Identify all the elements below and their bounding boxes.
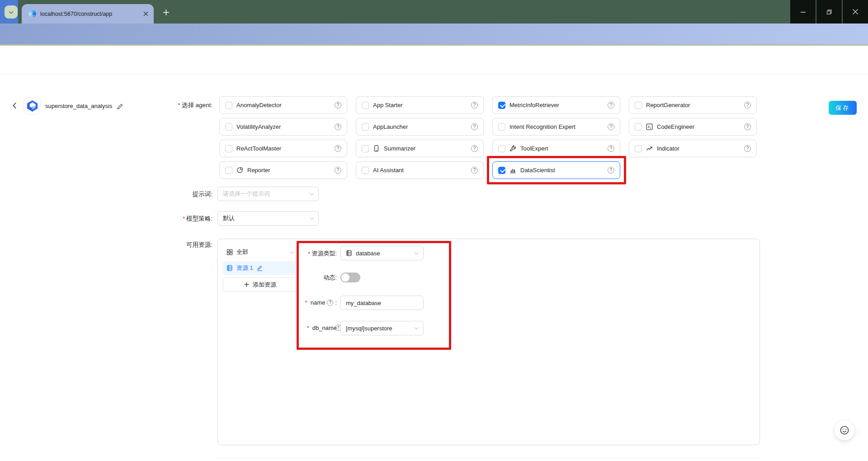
prompt-select[interactable]: 请选择一个提示词 [217, 187, 319, 201]
section-divider [217, 458, 760, 458]
agent-item-app-starter[interactable]: App Starter ? [356, 96, 484, 114]
checkbox-unchecked[interactable] [362, 123, 369, 131]
edit-resource-icon[interactable] [257, 265, 263, 271]
chevron-down-icon [310, 216, 314, 220]
appstore-icon [226, 249, 233, 255]
feedback-smiley-button[interactable] [835, 420, 854, 440]
tab-title: localhost:5670/construct/app [40, 11, 143, 17]
help-icon[interactable]: ? [744, 102, 751, 108]
help-icon[interactable]: ? [608, 145, 614, 152]
checkbox-unchecked[interactable] [635, 123, 642, 131]
agent-item-summarizer[interactable]: Summarizer ? [356, 140, 484, 157]
dynamic-label: 动态: [235, 273, 337, 282]
browser-titlebar: localhost:5670/construct/app [0, 0, 868, 24]
strategy-value: 默认 [223, 214, 235, 222]
name-label: *name?: [235, 299, 337, 306]
plus-icon [244, 282, 250, 287]
agent-item-indicator[interactable]: Indicator ? [629, 140, 757, 157]
agent-item-reporter[interactable]: Reporter ? [219, 161, 347, 179]
tab-close-icon[interactable] [143, 11, 148, 16]
chevron-down-icon [415, 250, 419, 255]
page-title: superstore_data_analysis [45, 103, 112, 109]
checkbox-checked[interactable] [498, 102, 505, 109]
help-icon[interactable]: ? [471, 145, 478, 152]
checkbox-unchecked[interactable] [362, 102, 369, 109]
agent-item-codeengineer[interactable]: CodeEngineer ? [629, 118, 757, 136]
smiley-icon [840, 425, 849, 435]
code-icon [646, 123, 653, 130]
help-icon[interactable]: ? [471, 167, 478, 174]
tool-icon [509, 145, 516, 152]
agent-field-label: *选择 agent: [108, 101, 212, 109]
agent-item-anomalydetector[interactable]: AnomalyDetector ? [219, 96, 347, 114]
resource-item-1[interactable]: 资源 1 [223, 261, 297, 275]
resource-type-label: *资源类型: [235, 249, 337, 258]
agent-item-ai-assistant[interactable]: AI Assistant ? [356, 161, 484, 179]
checkbox-unchecked[interactable] [225, 167, 232, 174]
help-icon[interactable]: ? [335, 167, 341, 174]
agent-item-intent-recognition-expert[interactable]: Intent Recognition Expert ? [492, 118, 620, 136]
pie-chart-icon [236, 167, 243, 174]
dynamic-toggle[interactable] [340, 273, 360, 282]
db-name-select[interactable]: [mysql]superstore [340, 321, 424, 335]
browser-tab[interactable]: localhost:5670/construct/app [22, 4, 154, 24]
browser-toolbar: localhost:5670/construct/app/extra en [0, 24, 868, 44]
new-tab-button[interactable] [161, 7, 171, 17]
resource-type-value: database [356, 250, 380, 257]
help-icon[interactable]: ? [335, 145, 341, 152]
browser-window: localhost:5670/construct/app [0, 0, 868, 461]
checkbox-unchecked[interactable] [362, 167, 369, 174]
help-icon[interactable]: ? [327, 300, 333, 306]
save-button[interactable]: 保存 [829, 101, 857, 115]
help-icon[interactable]: ? [744, 123, 751, 130]
help-icon[interactable]: ? [335, 102, 341, 108]
help-icon[interactable]: ? [471, 102, 478, 108]
name-input[interactable] [340, 296, 424, 310]
help-icon[interactable]: ? [608, 102, 614, 108]
agent-item-reacttoolmaster[interactable]: ReActToolMaster ? [219, 140, 347, 157]
resources-field-label: 可用资源: [108, 241, 212, 249]
checkbox-unchecked[interactable] [498, 145, 505, 152]
help-icon[interactable]: ? [335, 123, 341, 130]
prompt-placeholder: 请选择一个提示词 [223, 190, 270, 198]
tab-search-button[interactable] [5, 5, 18, 19]
page-header: superstore_data_analysis 保存 [0, 46, 868, 75]
checkbox-unchecked[interactable] [225, 123, 232, 131]
prompt-field-label: 提示词: [108, 190, 212, 198]
agent-item-toolexpert[interactable]: ToolExpert ? [492, 140, 620, 157]
resources-panel [217, 239, 760, 445]
database-icon [226, 265, 233, 271]
checkbox-unchecked[interactable] [635, 145, 642, 152]
window-controls [790, 0, 868, 24]
checkbox-unchecked[interactable] [225, 102, 232, 109]
checkbox-unchecked[interactable] [498, 123, 505, 131]
db-name-value: [mysql]superstore [346, 325, 392, 332]
db-name-label: *db_name [235, 325, 337, 331]
checkbox-unchecked[interactable] [362, 145, 369, 152]
checkbox-unchecked[interactable] [225, 145, 232, 152]
agent-item-applauncher[interactable]: AppLauncher ? [356, 118, 484, 136]
minimize-button[interactable] [790, 0, 816, 24]
restore-button[interactable] [816, 0, 842, 24]
tab-favicon [28, 10, 36, 18]
agent-item-reportgenerator[interactable]: ReportGenerator ? [629, 96, 757, 114]
help-icon[interactable]: ? [471, 123, 478, 130]
resource-type-select[interactable]: database [340, 246, 424, 260]
bar-chart-icon [509, 167, 516, 174]
agent-item-metricinforetriever[interactable]: MetricInfoRetriever ? [492, 96, 620, 114]
back-chevron-icon[interactable] [11, 102, 19, 109]
close-button[interactable] [843, 0, 868, 24]
strategy-field-label: *模型策略: [108, 215, 212, 223]
checkbox-checked[interactable] [498, 167, 505, 174]
chevron-down-icon [310, 191, 314, 196]
mobile-icon [373, 145, 380, 152]
help-icon[interactable]: ? [608, 167, 614, 174]
help-icon[interactable]: ? [608, 123, 614, 130]
help-icon[interactable]: ? [744, 145, 751, 152]
strategy-select[interactable]: 默认 [217, 211, 319, 226]
agent-item-datascientist[interactable]: DataScientist ? [492, 161, 620, 179]
database-icon [346, 250, 352, 256]
checkbox-unchecked[interactable] [635, 102, 642, 109]
agent-item-volatilityanalyzer[interactable]: VolatilityAnalyzer ? [219, 118, 347, 136]
chevron-down-icon [415, 325, 419, 330]
